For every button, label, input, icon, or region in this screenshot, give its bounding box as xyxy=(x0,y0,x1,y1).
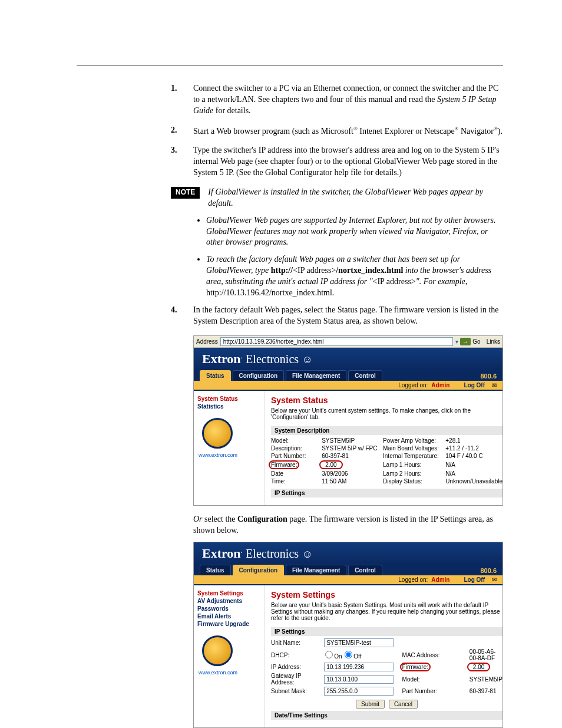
k-fw-wrap: Firmware: xyxy=(271,460,322,470)
step-2c: Navigator xyxy=(458,126,493,135)
top-rule xyxy=(77,65,503,65)
sidebar-item-email[interactable]: Email Alerts xyxy=(197,613,261,620)
note-badge: NOTE xyxy=(171,187,200,199)
logged-on-user-2: Admin xyxy=(431,577,449,583)
k-disp: Display Status: xyxy=(383,477,445,485)
dhcp-cell: On Off xyxy=(324,648,402,662)
tab-config[interactable]: Configuration xyxy=(233,370,285,381)
sidebar-item-statistics[interactable]: Statistics xyxy=(197,403,261,410)
k-part: Part Number: xyxy=(271,452,322,460)
v-fw-wrap: 2.00 xyxy=(322,460,383,470)
tab-status[interactable]: Status xyxy=(200,370,231,381)
step-num-3: 3. xyxy=(171,145,193,179)
k-pav: Power Amp Voltage: xyxy=(383,437,445,444)
note-bullet-2: To reach the factory default Web pages o… xyxy=(206,254,503,299)
step-num-4: 4. xyxy=(171,305,193,327)
v-fw2: 2.00 xyxy=(467,663,490,671)
k-fw2-wrap: Firmware: xyxy=(402,662,470,672)
settings-sub: Below are your Unit's basic System Setti… xyxy=(271,602,503,621)
go-label: Go xyxy=(472,338,480,345)
screenshot-status: Address http://10.13.199.236/nortxe_inde… xyxy=(193,335,503,506)
v-temp: 104 F / 40.0 C xyxy=(445,452,503,460)
step-2-text: Start a Web browser program (such as Mic… xyxy=(193,125,503,137)
step-2d: ). xyxy=(498,126,503,135)
dhcp-off-radio[interactable] xyxy=(345,651,352,658)
dhcp-on-radio[interactable] xyxy=(325,651,333,658)
brand-bar-2: Extron. Electronics ☺ xyxy=(194,542,503,565)
ip-input[interactable] xyxy=(324,663,394,671)
reg-1: ® xyxy=(353,126,358,131)
k-model: Model: xyxy=(271,437,322,444)
status-title: System Status xyxy=(271,396,503,405)
k-desc: Description: xyxy=(271,444,322,452)
sidebar-item-fw[interactable]: Firmware Upgrade xyxy=(197,621,261,627)
gw-input[interactable] xyxy=(324,675,394,684)
note-bullets: GlobalViewer Web pages are supported by … xyxy=(206,215,503,299)
tab-config-2[interactable]: Configuration xyxy=(233,565,285,575)
v-fw2-wrap: 2.00 xyxy=(470,662,503,672)
v-part: 60-397-81 xyxy=(322,452,383,460)
tab-bar-2: Status Configuration File Management Con… xyxy=(194,565,503,575)
mail-icon-2[interactable]: ✉ xyxy=(492,577,497,583)
v-part2: 60-397-81 xyxy=(470,686,503,696)
tab-control-2[interactable]: Control xyxy=(348,565,382,575)
tab-file[interactable]: File Management xyxy=(286,370,346,381)
v-l1: N/A xyxy=(445,460,503,470)
v-disp: Unknown/Unavailable xyxy=(445,477,503,485)
sidebar-item-pass[interactable]: Passwords xyxy=(197,605,261,612)
tab-status-2[interactable]: Status xyxy=(200,565,231,575)
reg-3: ® xyxy=(494,126,498,131)
logoff-link[interactable]: Log Off xyxy=(464,382,485,388)
logged-on-user: Admin xyxy=(431,382,449,388)
v-time: 11:50 AM xyxy=(322,477,383,485)
dhcp-off-label: Off xyxy=(353,653,361,660)
p2-c: Configuration xyxy=(237,515,287,523)
sidebar-item-av[interactable]: AV Adjustments xyxy=(197,598,261,604)
sidebar-logo-2 xyxy=(202,635,233,666)
brand-a: Extron xyxy=(202,351,241,366)
sidebar-item-system-status[interactable]: System Status xyxy=(197,396,261,402)
logoff-link-2[interactable]: Log Off xyxy=(464,577,485,583)
v-desc: SYSTEM 5IP w/ FPC xyxy=(322,444,383,452)
v-fw: 2.00 xyxy=(319,460,342,469)
note-bullet-1: GlobalViewer Web pages are supported by … xyxy=(206,215,503,249)
k-temp: Internal Temperature: xyxy=(383,452,445,460)
sidebar-item-sys-settings[interactable]: System Settings xyxy=(197,590,261,597)
settings-panel: System Settings Below are your Unit's ba… xyxy=(265,585,503,727)
v-l2: N/A xyxy=(445,470,503,477)
k-l1: Lamp 1 Hours: xyxy=(383,460,445,470)
status-table: Model:SYSTEM5IPPower Amp Voltage:+28.1 D… xyxy=(271,437,503,485)
v-mac: 00-05-A6-00-8A-DF xyxy=(470,648,503,662)
login-bar-2: Logged on: Admin Log Off ✉ xyxy=(194,575,503,585)
v-mbv: +11.2 / -11.2 xyxy=(445,444,503,452)
cancel-button[interactable]: Cancel xyxy=(389,700,418,709)
nb2-i: . xyxy=(332,288,335,297)
step-2a: Start a Web browser program (such as Mic… xyxy=(193,126,353,135)
phone-2: 800.6 xyxy=(480,567,497,575)
k-date: Date xyxy=(271,470,322,477)
settings-sec-ip: IP Settings xyxy=(271,627,503,636)
k-model2: Model: xyxy=(402,672,470,686)
k-dhcp: DHCP: xyxy=(271,648,324,662)
phone-1: 800.6 xyxy=(480,373,497,381)
go-button[interactable]: → xyxy=(460,338,471,345)
sidebar-url-2[interactable]: www.extron.com xyxy=(199,670,261,676)
dhcp-on-label: On xyxy=(334,653,342,660)
address-input[interactable]: http://10.13.199.236/nortxe_index.html xyxy=(220,337,454,346)
submit-button[interactable]: Submit xyxy=(356,700,385,709)
mail-icon[interactable]: ✉ xyxy=(492,382,497,388)
unit-input[interactable] xyxy=(324,638,394,647)
step-2b: Intenet Explorer or Netscape xyxy=(358,126,455,135)
k-unit: Unit Name: xyxy=(271,638,324,648)
nb2-b: http:// xyxy=(271,266,293,275)
k-mac: MAC Address: xyxy=(402,648,470,662)
tab-bar-1: Status Configuration File Management Con… xyxy=(194,370,503,381)
sidebar-url-1[interactable]: www.extron.com xyxy=(199,452,261,458)
k-part2: Part Number: xyxy=(402,686,470,696)
tab-control[interactable]: Control xyxy=(348,370,382,381)
tab-file-2[interactable]: File Management xyxy=(286,565,346,575)
brand-a2: Extron xyxy=(202,546,241,561)
p2-a: Or xyxy=(193,515,203,523)
status-sub: Below are your Unit's current system set… xyxy=(271,407,503,420)
sn-input[interactable] xyxy=(324,687,394,696)
